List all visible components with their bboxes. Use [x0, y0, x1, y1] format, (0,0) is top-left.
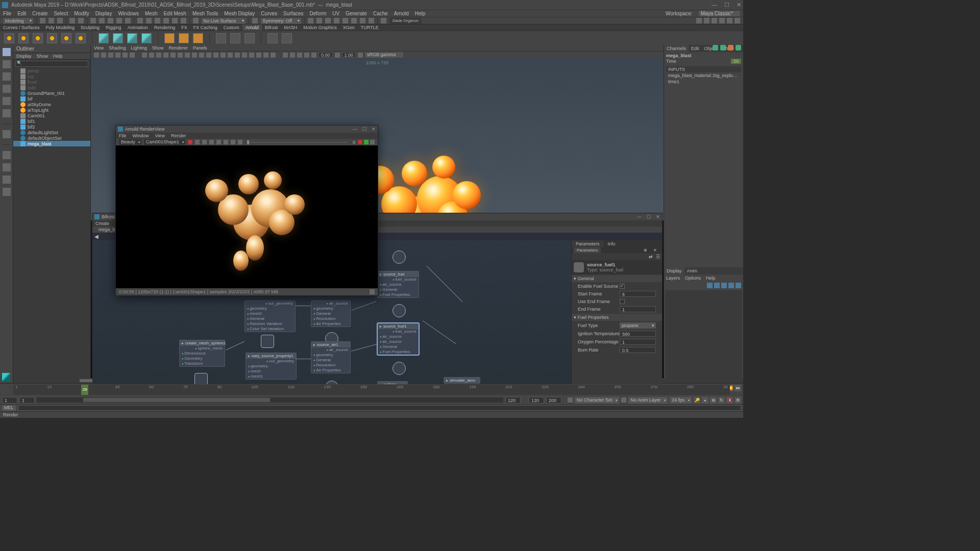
fuel-type-dropdown[interactable]: propane	[620, 322, 656, 329]
outliner-item[interactable]: aiSkyDome	[13, 102, 90, 107]
vp-icon[interactable]	[192, 53, 197, 58]
arnold-renderview-window[interactable]: Arnold RenderView — ☐ ✕ File Window View…	[115, 125, 378, 296]
ch-input-item[interactable]: time1	[666, 79, 741, 85]
vp-icon[interactable]	[290, 53, 295, 58]
shelf-tab[interactable]: FX	[178, 24, 190, 31]
shader-icon[interactable]	[216, 33, 226, 43]
menu-item[interactable]: UV	[332, 11, 339, 16]
rv-camera-dropdown[interactable]: Cam001Shape1	[144, 139, 185, 145]
pin-icon[interactable]: ⊗	[641, 247, 650, 253]
last-tool-icon[interactable]	[3, 130, 11, 138]
range-end-input[interactable]: 120	[529, 397, 544, 404]
vp-exposure-input[interactable]: 0.00	[318, 52, 333, 58]
menu-item[interactable]: Display	[95, 11, 112, 16]
vp-icon[interactable]	[249, 53, 254, 58]
looping-icon[interactable]: ↻	[718, 397, 725, 404]
vp-icon[interactable]	[228, 53, 233, 58]
ch-tab[interactable]: Channels	[664, 45, 689, 52]
outliner-item[interactable]: Cam001	[13, 113, 90, 118]
outliner-item[interactable]: front	[13, 79, 90, 85]
layout-four-icon[interactable]	[3, 163, 11, 171]
close-icon[interactable]: ✕	[650, 247, 660, 253]
render-setup-icon[interactable]	[360, 18, 365, 23]
vp-menu-item[interactable]: Panels	[193, 45, 207, 51]
bf-toggle-icon[interactable]: ⇄	[649, 254, 653, 259]
bf-back-button[interactable]: ◀	[94, 234, 99, 239]
vp-icon[interactable]	[156, 53, 161, 58]
time-slider[interactable]: 1152945607590105120135150165180195210225…	[13, 385, 730, 395]
layer-icon[interactable]	[728, 283, 734, 288]
bf-section-fuel[interactable]: Fuel Properties	[572, 314, 662, 321]
layer-icon[interactable]	[721, 283, 727, 288]
layer-icon[interactable]	[707, 283, 713, 288]
layout-icon[interactable]	[734, 18, 740, 23]
shelf-tab[interactable]: Custom	[220, 24, 242, 31]
cmdline-input[interactable]	[18, 405, 741, 411]
standin-icon[interactable]	[99, 33, 109, 43]
save-scene-icon[interactable]	[57, 18, 63, 23]
vp-icon[interactable]	[297, 53, 302, 58]
arnold-renderview-icon[interactable]	[282, 33, 292, 43]
set-key-icon[interactable]: ⬥	[702, 397, 708, 404]
snap-plane-icon[interactable]	[163, 18, 169, 23]
layers-menu-item[interactable]: Help	[706, 276, 716, 281]
toggle-icon[interactable]	[720, 45, 726, 51]
rv-icon[interactable]	[370, 140, 375, 144]
snap-point-icon[interactable]	[155, 18, 160, 23]
bf-node[interactable]: out_geometry geometry mesh2 General Rand…	[244, 300, 296, 332]
vp-icon[interactable]	[242, 53, 247, 58]
vp-gamma-icon[interactable]	[335, 53, 340, 58]
shelf-tab[interactable]: Rendering	[151, 24, 179, 31]
rv-refresh-icon[interactable]	[202, 140, 207, 144]
undo-icon[interactable]	[69, 18, 75, 23]
oxygen-pct-input[interactable]: 1	[620, 339, 656, 345]
light-portal-icon[interactable]	[76, 33, 86, 43]
vp-icon[interactable]	[101, 53, 106, 58]
vp-icon[interactable]	[283, 53, 288, 58]
vp-icon[interactable]	[122, 53, 128, 58]
window-maximize-icon[interactable]: ☐	[362, 127, 366, 132]
toggle-icon[interactable]	[736, 45, 741, 51]
shelf-tab[interactable]: XGen	[340, 24, 358, 31]
layout-single-icon[interactable]	[3, 151, 11, 159]
ch-tab[interactable]: Edit	[689, 45, 702, 52]
end-frame-input[interactable]: 1	[620, 306, 656, 312]
anim-layer-dropdown[interactable]: No Anim Layer	[628, 397, 668, 404]
move-tool-icon[interactable]	[3, 85, 11, 93]
charset-icon[interactable]	[568, 397, 573, 403]
shelf-tab[interactable]: Motion Graphics	[300, 24, 340, 31]
vp-icon[interactable]	[206, 53, 211, 58]
prefs-icon[interactable]: ⚙	[734, 397, 741, 404]
playback-go-end-icon[interactable]: ⏭	[734, 385, 741, 391]
lasso-tool-icon[interactable]	[3, 60, 11, 68]
vp-menu-item[interactable]: Lighting	[131, 45, 147, 51]
layout-icon[interactable]	[696, 18, 702, 23]
menu-item[interactable]: Help	[415, 11, 426, 16]
vp-icon[interactable]	[163, 53, 168, 58]
menu-item[interactable]: Curves	[261, 11, 277, 16]
ignition-temp-input[interactable]: 580	[620, 331, 656, 337]
vp-icon[interactable]	[256, 53, 261, 58]
snap-grid-icon[interactable]	[137, 18, 143, 23]
range-slider[interactable]	[37, 397, 503, 403]
account-icon[interactable]	[381, 18, 386, 23]
menu-item[interactable]: Arnold	[394, 11, 409, 16]
window-maximize-icon[interactable]: ☐	[724, 2, 729, 8]
menu-item[interactable]: Select	[54, 11, 68, 16]
outliner-item[interactable]: defaultLightSet	[13, 130, 90, 135]
rv-settings-icon[interactable]	[238, 140, 242, 144]
light-editor-icon[interactable]	[351, 18, 357, 23]
procedural-icon[interactable]	[141, 33, 152, 43]
user-pill[interactable]: Dade Orgeron	[389, 18, 422, 24]
menu-item[interactable]: Deform	[310, 11, 327, 16]
fps-dropdown[interactable]: 24 fps	[670, 397, 692, 404]
volume-icon[interactable]	[127, 33, 137, 43]
window-maximize-icon[interactable]: ☐	[647, 214, 651, 219]
layout-icon[interactable]	[719, 18, 725, 23]
bf-node-source-air[interactable]: source_air1 air_source geometry General …	[311, 341, 351, 373]
bf-node[interactable]: air_source geometry General Resolution A…	[311, 300, 351, 327]
bf-icon-node[interactable]	[194, 373, 208, 384]
snap-curve-icon[interactable]	[146, 18, 152, 23]
shelf-tab[interactable]: Animation	[125, 24, 151, 31]
shelf-tab[interactable]: Arnold	[242, 24, 262, 31]
